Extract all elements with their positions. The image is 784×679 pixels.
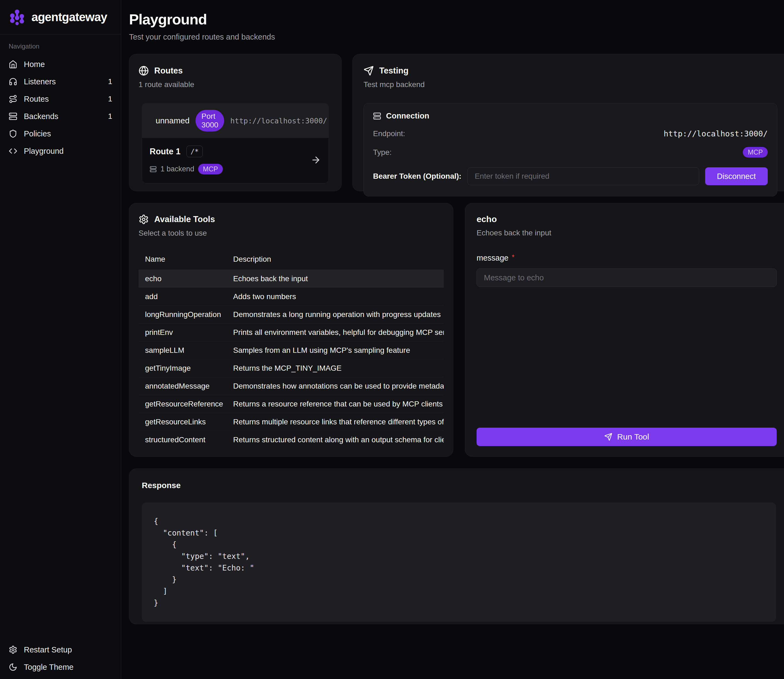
tool-row-add[interactable]: addAdds two numbers xyxy=(139,288,444,306)
response-card: Response { "content": [ { "type": "text"… xyxy=(129,469,784,624)
tool-name: annotatedMessage xyxy=(139,377,226,395)
tool-form-title: echo xyxy=(476,214,777,224)
tool-form-panel: echo Echoes back the input message* Run … xyxy=(465,203,784,457)
testing-card: Testing Test mcp backend Connection Endp… xyxy=(352,54,784,191)
endpoint-value: http://localhost:3000/ xyxy=(664,129,768,138)
tool-description: Returns the MCP_TINY_IMAGE xyxy=(226,359,444,377)
tools-card-title: Available Tools xyxy=(154,214,215,224)
sidebar-nav: Navigation Home Listeners 1 Routes 1 Bac… xyxy=(0,34,121,160)
sidebar-item-playground[interactable]: Playground xyxy=(5,142,116,160)
moon-icon xyxy=(9,663,17,671)
routes-card: Routes 1 route available unnamed Port 30… xyxy=(129,54,342,191)
tool-description: Demonstrates how annotations can be used… xyxy=(226,377,444,395)
response-code-block: { "content": [ { "type": "text", "text":… xyxy=(142,502,776,622)
required-marker: * xyxy=(512,253,515,261)
sidebar-item-routes[interactable]: Routes 1 xyxy=(5,90,116,108)
page-subtitle: Test your configured routes and backends xyxy=(129,33,784,41)
type-label: Type: xyxy=(373,148,392,157)
tool-description: Samples from an LLM using MCP's sampling… xyxy=(226,341,444,359)
sidebar: agentgateway Navigation Home Listeners 1… xyxy=(0,0,121,679)
tool-description: Prints all environment variables, helpfu… xyxy=(226,324,444,341)
type-badge: MCP xyxy=(743,147,768,158)
nav-section-label: Navigation xyxy=(5,42,116,50)
tool-name: getResourceLinks xyxy=(139,413,226,431)
tool-description: Echoes back the input xyxy=(226,270,444,288)
sidebar-item-backends[interactable]: Backends 1 xyxy=(5,108,116,125)
sidebar-item-label: Policies xyxy=(24,129,51,138)
sidebar-item-home[interactable]: Home xyxy=(5,56,116,73)
tool-row-structuredContent[interactable]: structuredContentReturns structured cont… xyxy=(139,431,444,449)
tool-name: getTinyImage xyxy=(139,359,226,377)
bearer-token-label: Bearer Token (Optional): xyxy=(373,172,461,181)
tool-row-getTinyImage[interactable]: getTinyImageReturns the MCP_TINY_IMAGE xyxy=(139,359,444,377)
tool-form-subtitle: Echoes back the input xyxy=(476,228,777,237)
tool-row-getResourceLinks[interactable]: getResourceLinksReturns multiple resourc… xyxy=(139,413,444,431)
endpoint-label: Endpoint: xyxy=(373,129,405,138)
agentgateway-logo-icon xyxy=(8,8,26,26)
tool-name: getResourceReference xyxy=(139,395,226,413)
main-content: Playground Test your configured routes a… xyxy=(121,0,784,679)
tool-row-getResourceReference[interactable]: getResourceReferenceReturns a resource r… xyxy=(139,395,444,413)
server-icon xyxy=(9,112,17,120)
tool-description: Returns structured content along with an… xyxy=(226,431,444,449)
port-badge: Port 3000 xyxy=(195,110,224,131)
routes-card-subtitle: 1 route available xyxy=(139,80,332,89)
listener-header: unnamed Port 3000 http://localhost:3000/ xyxy=(142,103,329,138)
run-tool-label: Run Tool xyxy=(617,432,649,441)
restart-setup-button[interactable]: Restart Setup xyxy=(5,641,116,659)
bearer-token-input[interactable] xyxy=(467,167,699,185)
tool-description: Returns a resource reference that can be… xyxy=(226,395,444,413)
tool-name: structuredContent xyxy=(139,431,226,449)
sidebar-item-label: Routes xyxy=(24,95,49,103)
testing-card-subtitle: Test mcp backend xyxy=(364,80,781,89)
message-input[interactable] xyxy=(476,268,777,287)
home-icon xyxy=(9,60,17,69)
send-icon xyxy=(604,433,612,441)
tool-name: longRunningOperation xyxy=(139,306,226,324)
tool-description: Adds two numbers xyxy=(226,288,444,306)
sidebar-item-policies[interactable]: Policies xyxy=(5,125,116,142)
connection-panel: Connection Endpoint: http://localhost:30… xyxy=(364,103,777,196)
tool-row-annotatedMessage[interactable]: annotatedMessageDemonstrates how annotat… xyxy=(139,377,444,395)
tools-table: Name Description echoEchoes back the inp… xyxy=(139,250,444,449)
routes-card-title: Routes xyxy=(154,66,183,76)
testing-card-title: Testing xyxy=(379,66,409,76)
listener-name: unnamed xyxy=(156,116,189,125)
globe-icon xyxy=(139,66,149,76)
sidebar-item-listeners[interactable]: Listeners 1 xyxy=(5,73,116,90)
backends-count-badge: 1 xyxy=(108,112,112,120)
route-backend-count: 1 backend xyxy=(161,165,194,173)
listener-group: unnamed Port 3000 http://localhost:3000/… xyxy=(142,103,329,183)
code-icon xyxy=(9,147,17,155)
tools-card-subtitle: Select a tools to use xyxy=(139,229,444,238)
headphones-icon xyxy=(9,77,17,86)
connection-title: Connection xyxy=(386,111,429,120)
route-protocol-badge: MCP xyxy=(198,164,223,174)
page-title: Playground xyxy=(129,11,784,28)
message-field-label: message* xyxy=(476,253,777,263)
route-row[interactable]: Route 1 /* 1 backend MCP xyxy=(142,138,329,183)
sidebar-item-label: Home xyxy=(24,60,45,69)
sidebar-item-label: Listeners xyxy=(24,77,56,86)
brand-header[interactable]: agentgateway xyxy=(0,0,121,34)
tool-row-printEnv[interactable]: printEnvPrints all environment variables… xyxy=(139,324,444,341)
column-header-description: Description xyxy=(226,250,444,270)
gear-icon xyxy=(9,645,17,654)
listeners-count-badge: 1 xyxy=(108,77,112,86)
tool-row-echo[interactable]: echoEchoes back the input xyxy=(139,270,444,288)
route-path-badge: /* xyxy=(186,146,203,157)
tool-description: Returns multiple resource links that ref… xyxy=(226,413,444,431)
toggle-theme-label: Toggle Theme xyxy=(24,663,73,672)
run-tool-button[interactable]: Run Tool xyxy=(476,428,777,446)
restart-setup-label: Restart Setup xyxy=(24,645,72,654)
arrow-right-icon[interactable] xyxy=(311,155,321,165)
response-json: { "content": [ { "type": "text", "text":… xyxy=(154,515,764,609)
tool-name: sampleLLM xyxy=(139,341,226,359)
tool-name: printEnv xyxy=(139,324,226,341)
tool-row-longRunningOperation[interactable]: longRunningOperationDemonstrates a long … xyxy=(139,306,444,324)
tool-row-sampleLLM[interactable]: sampleLLMSamples from an LLM using MCP's… xyxy=(139,341,444,359)
toggle-theme-button[interactable]: Toggle Theme xyxy=(5,659,116,676)
column-header-name: Name xyxy=(139,250,226,270)
sidebar-item-label: Backends xyxy=(24,112,58,121)
disconnect-button[interactable]: Disconnect xyxy=(705,167,768,185)
